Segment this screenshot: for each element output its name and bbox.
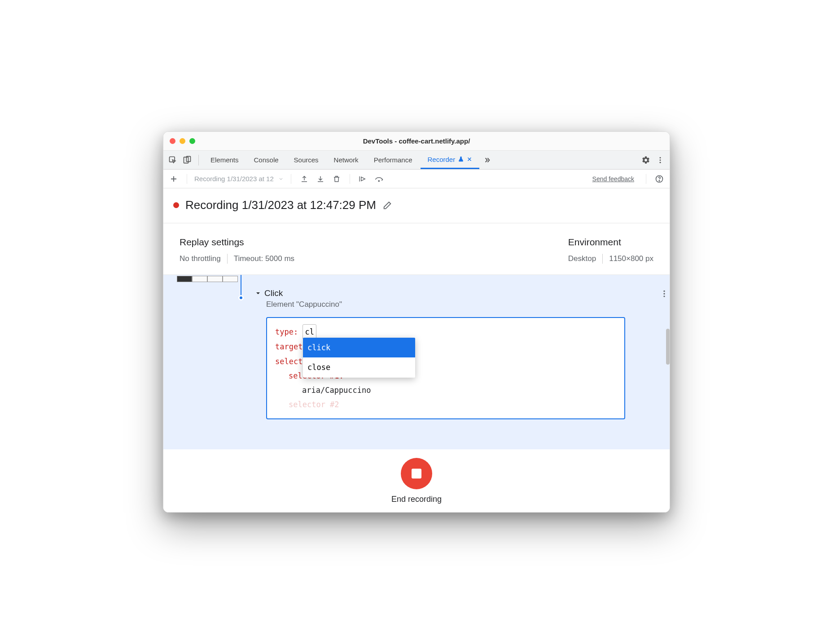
- end-recording-button[interactable]: [401, 458, 432, 489]
- recording-indicator-icon: [173, 202, 179, 208]
- timeline-track: [241, 275, 241, 297]
- step-subtitle: Element "Cappuccino": [255, 300, 652, 309]
- scrollbar-thumb[interactable]: [666, 329, 670, 365]
- recorder-toolbar: Recording 1/31/2023 at 12 Send feedback: [163, 170, 670, 188]
- end-recording-label: End recording: [391, 495, 442, 504]
- device-toolbar-icon[interactable]: [180, 153, 194, 167]
- delete-icon[interactable]: [331, 173, 342, 185]
- throttling-value[interactable]: No throttling: [180, 254, 221, 263]
- svg-point-8: [659, 180, 660, 181]
- step-header[interactable]: Click: [255, 288, 652, 298]
- timeout-value[interactable]: Timeout: 5000 ms: [234, 254, 294, 263]
- viewport-value[interactable]: 1150×800 px: [609, 254, 653, 263]
- collapse-caret-icon[interactable]: [255, 291, 261, 296]
- step-menu-icon[interactable]: [660, 289, 669, 298]
- edit-title-icon[interactable]: [382, 200, 392, 210]
- tab-network[interactable]: Network: [327, 151, 366, 169]
- tab-sources[interactable]: Sources: [287, 151, 326, 169]
- environment-settings: Environment Desktop 1150×800 px: [568, 237, 653, 264]
- new-recording-icon[interactable]: [168, 173, 180, 185]
- traffic-lights: [170, 138, 195, 144]
- divider: [187, 174, 187, 184]
- step-play-icon[interactable]: [357, 173, 369, 185]
- divider: [646, 174, 646, 184]
- step-title: Click: [264, 288, 283, 298]
- step-editor[interactable]: type: cl target selectors selector #1: a…: [266, 317, 625, 419]
- import-icon[interactable]: [315, 173, 326, 185]
- titlebar: DevTools - coffee-cart.netlify.app/: [163, 132, 670, 151]
- recording-dropdown[interactable]: Recording 1/31/2023 at 12: [194, 175, 284, 183]
- field-type-key: type: [275, 327, 294, 336]
- autocomplete-option-close[interactable]: close: [303, 357, 415, 377]
- field-selector1-value[interactable]: aria/Cappuccino: [302, 386, 371, 395]
- help-icon[interactable]: [653, 173, 665, 185]
- replay-settings: Replay settings No throttling Timeout: 5…: [180, 237, 294, 264]
- recording-footer: End recording: [163, 449, 670, 512]
- settings-panel: Replay settings No throttling Timeout: 5…: [163, 223, 670, 275]
- settings-gear-icon[interactable]: [639, 153, 653, 167]
- flask-icon: [458, 156, 464, 162]
- svg-point-11: [663, 296, 665, 297]
- kebab-menu-icon[interactable]: [653, 153, 667, 167]
- more-tabs-icon[interactable]: [480, 153, 494, 167]
- tab-performance[interactable]: Performance: [367, 151, 420, 169]
- timeline-node[interactable]: [238, 295, 244, 300]
- step-over-icon[interactable]: [373, 173, 385, 185]
- divider: [350, 174, 350, 184]
- recording-title-row: Recording 1/31/2023 at 12:47:29 PM: [163, 188, 670, 223]
- svg-point-5: [660, 161, 661, 163]
- autocomplete-option-click[interactable]: click: [303, 338, 415, 357]
- device-value[interactable]: Desktop: [568, 254, 596, 263]
- step-click: Click Element "Cappuccino" type: cl targ…: [255, 288, 652, 419]
- recording-title: Recording 1/31/2023 at 12:47:29 PM: [185, 198, 376, 212]
- svg-point-10: [663, 293, 665, 294]
- tab-recorder-label: Recorder: [428, 156, 456, 163]
- inspect-element-icon[interactable]: [166, 153, 180, 167]
- tab-console[interactable]: Console: [247, 151, 286, 169]
- replay-settings-heading: Replay settings: [180, 237, 294, 248]
- divider: [198, 155, 199, 165]
- maximize-window-button[interactable]: [189, 138, 195, 144]
- field-target-key: target: [275, 342, 303, 351]
- window-title: DevTools - coffee-cart.netlify.app/: [163, 137, 670, 145]
- divider: [227, 254, 228, 264]
- devtools-window: DevTools - coffee-cart.netlify.app/ Elem…: [163, 131, 670, 513]
- panel-tabbar: Elements Console Sources Network Perform…: [163, 151, 670, 170]
- screenshot-thumbnails[interactable]: [177, 276, 238, 282]
- tab-recorder[interactable]: Recorder: [421, 151, 480, 169]
- export-icon[interactable]: [298, 173, 310, 185]
- divider: [291, 174, 291, 184]
- chevron-down-icon: [278, 176, 284, 182]
- recording-dropdown-label: Recording 1/31/2023 at 12: [194, 175, 274, 183]
- divider: [602, 254, 603, 264]
- close-window-button[interactable]: [170, 138, 175, 144]
- field-selector2-key: selector #2: [289, 400, 339, 409]
- svg-point-3: [660, 157, 661, 158]
- environment-heading: Environment: [568, 237, 653, 248]
- svg-point-6: [378, 180, 379, 181]
- tab-elements[interactable]: Elements: [203, 151, 246, 169]
- svg-point-4: [660, 159, 661, 161]
- svg-point-9: [663, 291, 665, 292]
- autocomplete-popup: click close: [303, 338, 415, 378]
- stop-icon: [412, 469, 421, 479]
- close-tab-icon[interactable]: [467, 157, 472, 162]
- send-feedback-link[interactable]: Send feedback: [592, 175, 634, 183]
- minimize-window-button[interactable]: [180, 138, 185, 144]
- timeline-area: Click Element "Cappuccino" type: cl targ…: [163, 275, 670, 449]
